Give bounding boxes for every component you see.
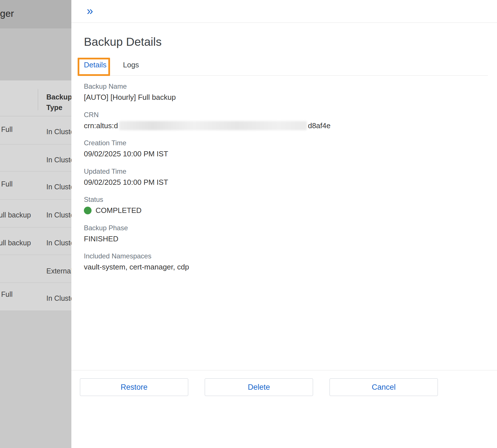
field-value: vault-system, cert-manager, cdp <box>84 262 480 272</box>
field-label: Backup Phase <box>84 224 480 232</box>
tab-logs[interactable]: Logs <box>123 61 139 75</box>
field-value: 09/02/2025 10:00 PM IST <box>84 149 480 159</box>
field-label: Included Namespaces <box>84 252 480 260</box>
tab-details[interactable]: Details <box>84 61 106 75</box>
field-value: crn:altus:d d8af4e <box>84 121 480 130</box>
drawer-header: » <box>71 0 497 23</box>
status-completed-icon <box>84 207 92 214</box>
cancel-button[interactable]: Cancel <box>330 378 438 396</box>
field-crn: CRN crn:altus:d d8af4e <box>84 111 480 130</box>
field-label: CRN <box>84 111 480 119</box>
drawer-tabs: Details Logs <box>84 58 488 76</box>
collapse-drawer-icon[interactable]: » <box>87 4 93 18</box>
field-backup-phase: Backup Phase FINISHED <box>84 224 480 244</box>
field-value: 09/02/2025 10:00 PM IST <box>84 178 480 187</box>
drawer-title: Backup Details <box>84 35 161 49</box>
backup-details-drawer: » Backup Details Details Logs Backup Nam… <box>71 0 497 448</box>
field-label: Creation Time <box>84 139 480 147</box>
field-updated-time: Updated Time 09/02/2025 10:00 PM IST <box>84 167 480 187</box>
field-included-namespaces: Included Namespaces vault-system, cert-m… <box>84 252 480 272</box>
field-value: FINISHED <box>84 234 480 244</box>
restore-button[interactable]: Restore <box>80 378 188 396</box>
field-label: Updated Time <box>84 167 480 175</box>
field-value: COMPLETED <box>84 206 480 215</box>
crn-suffix: d8af4e <box>308 121 331 130</box>
field-label: Backup Name <box>84 82 480 90</box>
field-creation-time: Creation Time 09/02/2025 10:00 PM IST <box>84 139 480 159</box>
field-backup-name: Backup Name [AUTO] [Hourly] Full backup <box>84 82 480 102</box>
drawer-footer: Restore Delete Cancel <box>71 370 497 448</box>
details-fields: Backup Name [AUTO] [Hourly] Full backup … <box>84 82 480 281</box>
delete-button[interactable]: Delete <box>205 378 313 396</box>
crn-prefix: crn:altus:d <box>84 121 118 130</box>
field-value: [AUTO] [Hourly] Full backup <box>84 93 480 102</box>
crn-redacted-blur <box>119 121 307 130</box>
status-text: COMPLETED <box>96 206 142 215</box>
field-status: Status COMPLETED <box>84 196 480 215</box>
field-label: Status <box>84 196 480 204</box>
